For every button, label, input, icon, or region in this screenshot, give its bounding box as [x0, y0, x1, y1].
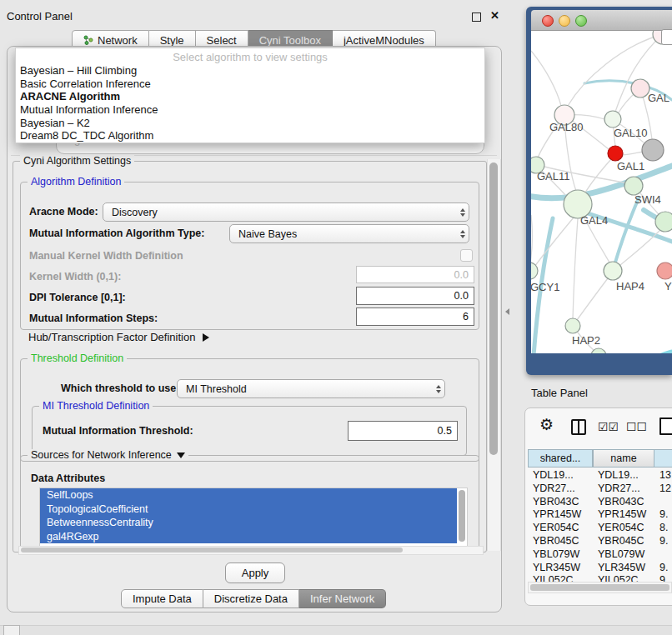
edge — [531, 215, 533, 263]
column-header-name[interactable]: name — [593, 449, 654, 468]
network-node-swi4[interactable] — [624, 177, 643, 195]
minimize-traffic-light[interactable] — [559, 15, 570, 27]
horizontal-scrollbar — [18, 546, 484, 555]
dpi-tolerance-label: DPI Tolerance [0,1]: — [29, 292, 126, 303]
mi-threshold-definition-title: MI Threshold Definition — [39, 400, 153, 412]
network-node-gcy1[interactable] — [531, 262, 538, 279]
network-graph: GAL GAL80 GAL10 GAL1 GAL11 GAL4 SWI4 GCY… — [531, 31, 672, 353]
hub-factor-section-toggle[interactable]: Hub/Transcription Factor Definition — [28, 331, 209, 343]
gear-icon[interactable]: ⚙ — [539, 415, 554, 434]
apply-button[interactable]: Apply — [225, 562, 285, 583]
algorithm-option[interactable]: Bayesian – K2 — [16, 117, 484, 130]
sources-section-toggle[interactable]: Sources for Network Inference — [28, 449, 188, 461]
kernel-width-label: Kernel Width (0,1): — [29, 271, 121, 282]
node-label: HAP2 — [572, 334, 600, 347]
algorithm-definition-group: Algorithm Definition Aracne Mode: Discov… — [20, 182, 479, 330]
vertical-scrollbar — [487, 159, 501, 551]
attribute-item[interactable]: BetweennessCentrality — [40, 516, 457, 530]
edge — [622, 152, 643, 155]
which-threshold-label: Which threshold to use: — [61, 382, 179, 394]
node-label: SWI4 — [634, 193, 661, 206]
algorithm-option[interactable]: Mutual Information Inference — [16, 103, 484, 117]
edge — [614, 198, 639, 265]
table-row[interactable]: YDL19...YDL19...13 — [528, 469, 672, 482]
data-attributes-list: SelfLoops TopologicalCoefficient Between… — [39, 488, 468, 548]
mi-steps-label: Mutual Information Steps: — [29, 312, 158, 324]
dpi-tolerance-input[interactable]: 0.0 — [356, 287, 474, 305]
table-panel-title: Table Panel — [531, 387, 588, 399]
tab-impute-data[interactable]: Impute Data — [121, 589, 203, 608]
control-panel-window: Control Panel ✕ Network Style Select Cyn… — [0, 7, 507, 611]
table-row[interactable]: YER054CYER054C8. — [528, 522, 672, 535]
algorithm-dropdown-popup: Select algorithm to view settings Bayesi… — [15, 48, 485, 143]
network-canvas[interactable]: GAL GAL80 GAL10 GAL1 GAL11 GAL4 SWI4 GCY… — [531, 31, 672, 353]
manual-kernel-label: Manual Kernel Width Definition — [29, 250, 183, 262]
network-node[interactable] — [591, 348, 606, 353]
table-row[interactable]: YPR145WYPR145W9. — [528, 508, 672, 522]
screen: Control Panel ✕ Network Style Select Cyn… — [0, 0, 672, 635]
network-node-hap2[interactable] — [565, 318, 580, 333]
list-scrollbar-thumb[interactable] — [459, 490, 465, 542]
edge — [577, 278, 608, 320]
network-view-window: GAL GAL80 GAL10 GAL1 GAL11 GAL4 SWI4 GCY… — [526, 7, 672, 375]
cyni-algorithm-settings-group: Cyni Algorithm Settings Algorithm Defini… — [13, 161, 487, 552]
table-row[interactable]: YBR043CYBR043C — [528, 496, 672, 509]
select-all-columns-icon[interactable]: ☑☑ — [598, 420, 619, 433]
combo-arrows-icon — [460, 230, 465, 238]
table-row[interactable]: YBR045CYBR045C9. — [528, 535, 672, 548]
panel-title: Control Panel — [7, 10, 73, 22]
network-node[interactable] — [657, 262, 672, 279]
table-horizontal-scrollbar — [528, 582, 672, 593]
tab-discretize-data[interactable]: Discretize Data — [203, 589, 299, 608]
export-table-icon[interactable] — [659, 418, 672, 435]
table-horizontal-scrollbar-thumb[interactable] — [530, 584, 669, 591]
panel-divider-handle[interactable] — [505, 308, 509, 315]
mi-type-combo[interactable]: Naive Bayes — [229, 224, 469, 243]
close-traffic-light[interactable] — [542, 15, 554, 27]
network-node-gray[interactable] — [642, 139, 664, 161]
network-node[interactable] — [631, 79, 649, 98]
node-label: GAL10 — [614, 127, 647, 139]
threshold-definition-group: Threshold Definition Which threshold to … — [20, 358, 479, 462]
status-bar — [0, 625, 672, 635]
which-threshold-combo[interactable]: MI Threshold — [177, 379, 445, 398]
deselect-all-columns-icon[interactable]: ☐☐ — [626, 420, 647, 433]
network-node-hap4[interactable] — [604, 262, 622, 280]
network-node-gal1-selected[interactable] — [608, 146, 623, 161]
table-row[interactable]: YBL079WYBL079W — [528, 548, 672, 562]
network-node[interactable] — [655, 212, 672, 232]
algorithm-option[interactable]: Bayesian – Hill Climbing — [16, 64, 484, 78]
mi-threshold-input[interactable]: 0.5 — [348, 421, 458, 441]
aracne-mode-combo[interactable]: Discovery — [103, 202, 469, 222]
algorithm-option-selected[interactable]: ARACNE Algorithm — [16, 90, 484, 103]
combo-arrows-icon — [436, 385, 441, 393]
algorithm-option[interactable]: Dream8 DC_TDC Algorithm — [16, 129, 484, 142]
float-window-icon[interactable] — [472, 12, 481, 22]
node-label: GAL1 — [617, 160, 644, 172]
network-node-gal10[interactable] — [604, 111, 621, 128]
mi-threshold-definition-group: MI Threshold Definition Mutual Informati… — [32, 406, 467, 456]
network-icon — [83, 35, 93, 45]
network-window-titlebar[interactable] — [531, 10, 672, 31]
attribute-item[interactable]: gal4RGexp — [40, 530, 457, 544]
sources-group: Sources for Network Inference Data Attri… — [20, 455, 479, 553]
table-row[interactable]: YLR345WYLR345W9. — [528, 562, 672, 575]
zoom-traffic-light[interactable] — [575, 15, 587, 27]
attribute-item[interactable]: SelfLoops — [40, 488, 457, 502]
mi-type-label: Mutual Information Algorithm Type: — [29, 228, 204, 239]
close-icon[interactable]: ✕ — [490, 9, 499, 22]
table-row[interactable]: YDR27...YDR27...12 — [528, 482, 672, 496]
column-header-shared-name[interactable]: shared... — [528, 449, 593, 468]
attribute-item[interactable]: TopologicalCoefficient — [40, 502, 457, 517]
column-header-partial[interactable] — [654, 449, 672, 468]
mi-steps-input[interactable]: 6 — [356, 308, 474, 326]
tab-infer-network[interactable]: Infer Network — [299, 589, 386, 608]
horizontal-scrollbar-thumb[interactable] — [21, 548, 403, 552]
combo-arrows-icon — [460, 208, 465, 217]
vertical-scrollbar-thumb[interactable] — [489, 162, 498, 455]
split-columns-icon[interactable] — [571, 419, 586, 435]
corner-widget[interactable] — [3, 625, 20, 635]
algorithm-option[interactable]: Basic Correlation Inference — [16, 78, 484, 91]
edge — [620, 229, 661, 265]
partial-toolbar-field — [661, 29, 672, 45]
